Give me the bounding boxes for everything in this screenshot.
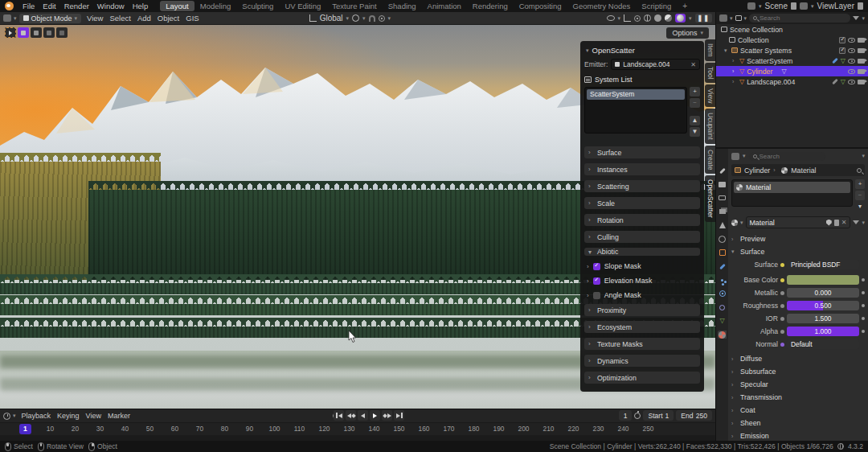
specials-icon[interactable] [853,220,859,224]
tab-view-layer[interactable] [718,208,727,216]
prev-keyframe-button[interactable] [346,410,356,421]
normal-field[interactable]: Default [787,339,859,349]
surface-panel-header[interactable]: ▾Surface [731,246,865,257]
breadcrumb-object[interactable]: Cylinder [744,166,770,175]
mode-selector[interactable]: Object Mode▾ [19,14,82,23]
sidebar-tab[interactable]: Ucupaint [705,109,715,144]
tab-material[interactable] [718,331,727,339]
next-keyframe-button[interactable] [382,410,392,421]
workspace-tab[interactable]: Rendering [467,1,514,11]
browse-material-icon[interactable] [731,220,738,226]
animate-dot-icon[interactable] [862,317,865,320]
panel-section[interactable]: ›Proximity [584,304,700,316]
snap-icon[interactable] [369,15,375,22]
proportional-editing-icon[interactable] [379,15,385,22]
panel-section[interactable]: ›Instances [584,163,700,175]
orientation-selector[interactable]: Global [320,14,343,23]
gizmos-icon[interactable] [624,14,631,22]
solid-shading-icon[interactable] [654,14,661,22]
tab-modifiers[interactable] [718,262,727,270]
slot-specials-button[interactable]: ▾ [855,202,865,212]
tab-render[interactable] [718,180,727,188]
timeline-track-area[interactable] [0,435,715,441]
tab-scene[interactable] [718,221,727,229]
move-down-button[interactable]: ▼ [690,127,700,137]
panel-section[interactable]: ›Texture Masks [584,338,700,350]
remove-system-button[interactable]: − [690,98,700,108]
unlink-icon[interactable]: ✕ [841,219,847,226]
sidebar-tab[interactable]: Create [705,146,715,175]
panel-section[interactable]: ›Surface [584,146,700,158]
animate-dot-icon[interactable] [862,304,865,307]
collection-checkbox[interactable] [839,37,845,43]
roughness-slider[interactable]: 0.500 [787,301,859,310]
collection-checkbox[interactable] [839,47,845,54]
add-workspace-button[interactable]: + [678,2,691,10]
material-slot-list[interactable]: Material [731,179,853,207]
timeline-ruler[interactable]: 1020304050607080901001101201301401501601… [0,422,715,435]
panel-section[interactable]: ›Scale [584,197,700,209]
workspace-tab[interactable]: Compositing [514,1,567,11]
panel-collapse-icon[interactable]: ▾ [586,47,589,54]
workspace-tab[interactable]: Shading [383,1,422,11]
overlays-icon[interactable] [634,15,641,22]
menu-item[interactable]: Edit [39,2,59,10]
workspace-tab[interactable]: Animation [422,1,467,11]
scene-name[interactable]: Scene [765,2,788,10]
fake-user-icon[interactable] [826,220,832,226]
playhead[interactable]: 1 [19,424,31,434]
outliner-row-collection[interactable]: Collection [716,35,868,45]
material-name-field[interactable]: Material ✕ [746,216,851,228]
expand-icon[interactable]: › [732,58,737,64]
wireframe-shading-icon[interactable] [644,14,651,22]
select-mode-subtract-button[interactable] [43,27,55,38]
sidebar-tab[interactable]: View [705,84,715,107]
blender-logo-icon[interactable] [5,2,14,10]
outliner-row-scattersystem[interactable]: › ▽ ScatterSystem ▽ [716,55,868,66]
workspace-tab[interactable]: Sculpting [236,1,279,11]
outliner-row-scatter-systems[interactable]: ▾ Scatter Systems [716,45,868,55]
play-reverse-button[interactable] [358,410,368,421]
jump-to-end-button[interactable] [394,410,404,421]
workspace-tab[interactable]: Texture Paint [326,1,382,11]
shader-section-header[interactable]: ›Transmission [731,392,865,403]
animate-dot-icon[interactable] [862,278,865,281]
timeline-editor-icon[interactable] [3,413,10,420]
surface-shader-field[interactable]: Principled BSDF [787,260,859,269]
ior-slider[interactable]: 1.500 [787,314,859,323]
editor-type-icon[interactable] [3,14,11,22]
new-viewlayer-icon[interactable] [858,2,863,10]
breadcrumb-material[interactable]: Material [791,166,816,175]
sidebar-tab[interactable]: Tool [705,63,715,84]
tab-physics[interactable] [718,290,727,298]
outliner-search-input[interactable] [760,14,846,22]
viewport-menu-item[interactable]: Object [154,14,182,23]
outliner-row-landscape[interactable]: › ▽ Landscape.004 ▽ [716,76,868,87]
disable-render-icon[interactable] [858,38,865,43]
viewport-menu-item[interactable]: Select [106,14,133,23]
viewlayer-browse-icon[interactable] [800,2,808,10]
modifier-icon[interactable] [832,58,838,64]
remove-slot-button[interactable]: − [855,191,865,200]
mask-checkbox[interactable] [593,292,600,299]
pin-icon[interactable] [857,168,862,173]
options-chevron-icon[interactable]: ▾ [862,153,865,159]
workspace-tab[interactable]: Modeling [194,1,237,11]
mask-row[interactable]: › Elevation Mask [584,275,700,286]
panel-section[interactable]: ›Rotation [584,214,700,226]
add-system-button[interactable]: + [690,87,700,97]
3d-viewport[interactable]: Options▾ ItemToolViewUcupaintCreateOpenS… [0,25,715,409]
select-mode-new-button[interactable] [18,27,29,38]
disable-render-icon[interactable] [858,59,865,64]
hide-viewport-icon[interactable] [848,48,855,53]
properties-search-input[interactable] [760,153,821,160]
start-frame-field[interactable]: Start1 [643,410,674,421]
animate-dot-icon[interactable] [862,330,865,333]
shader-section-header[interactable]: ›Coat [731,405,865,416]
mask-checkbox[interactable] [593,263,600,270]
workspace-tab[interactable]: UV Editing [279,1,326,11]
panel-section[interactable]: ›Scattering [584,180,700,192]
expand-icon[interactable]: › [732,68,737,74]
tab-world[interactable] [718,235,727,243]
scene-browse-icon[interactable] [747,2,755,10]
